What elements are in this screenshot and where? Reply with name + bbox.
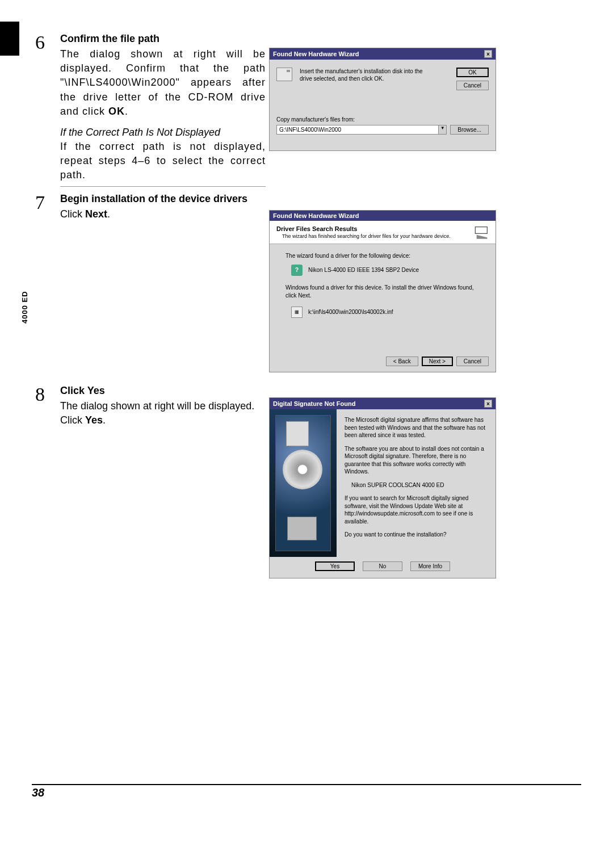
step-7-suffix: .: [107, 208, 110, 220]
dialog-header-title: Driver Files Search Results: [276, 225, 489, 232]
step-8-title-prefix: Click: [60, 385, 87, 396]
step-8-yes: Yes: [85, 414, 103, 426]
signature-p2: The software you are about to install do…: [345, 445, 488, 476]
step-6-body: The dialog shown at right will be displa…: [60, 47, 266, 119]
step-7-title: Begin installation of the device drivers: [60, 193, 266, 205]
page-footer: 38: [32, 784, 581, 799]
step-8-body: The dialog shown at right will be displa…: [60, 399, 266, 427]
signature-p4: Do you want to continue the installation…: [345, 531, 488, 539]
divider: [60, 186, 266, 187]
cancel-button[interactable]: Cancel: [456, 81, 489, 90]
device-icon: [474, 224, 490, 240]
step-8-suffix: .: [103, 414, 106, 426]
copy-from-label: Copy manufacturer's files from:: [276, 116, 489, 123]
dialog-titlebar: Found New Hardware Wizard ×: [270, 48, 496, 60]
install-text: Windows found a driver for this device. …: [285, 284, 480, 300]
no-button[interactable]: No: [363, 561, 402, 571]
signature-p1: The Microsoft digital signature affirms …: [345, 416, 488, 439]
device-name: Nikon LS-4000 ED IEEE 1394 SBP2 Device: [308, 266, 419, 274]
close-icon[interactable]: ×: [484, 400, 492, 408]
dialog-header-subtitle: The wizard has finished searching for dr…: [282, 233, 489, 239]
dialog-title-text: Digital Signature Not Found: [273, 400, 355, 407]
yes-button[interactable]: Yes: [315, 561, 355, 571]
ok-button[interactable]: OK: [456, 68, 489, 77]
step-6-ok: OK: [108, 106, 125, 117]
dialog-titlebar: Digital Signature Not Found ×: [270, 398, 496, 409]
document-icon: [286, 421, 309, 446]
back-button[interactable]: < Back: [386, 357, 418, 366]
step-8: 8 Click Yes The dialog shown at right wi…: [35, 385, 266, 427]
step-6-text: The dialog shown at right will be displa…: [60, 48, 266, 117]
step-6-subbody: If the correct path is not displayed, re…: [60, 140, 266, 183]
dialog-graphic: [270, 409, 337, 557]
step-7-body: Click Next.: [60, 207, 266, 221]
page-number: 38: [32, 786, 44, 799]
step-6-suffix: .: [125, 106, 128, 117]
monitor-icon: [287, 517, 317, 540]
path-input[interactable]: G:\INF\LS4000\Win2000 ▼: [276, 125, 447, 135]
dialog-instruction: Insert the manufacturer's installation d…: [300, 68, 436, 82]
inf-path: k:\inf\ls4000\win2000\ls40002k.inf: [308, 308, 393, 316]
inf-file-icon: ▦: [291, 307, 303, 318]
step-6: 6 Confirm the file path The dialog shown…: [35, 33, 266, 187]
next-button[interactable]: Next >: [422, 357, 453, 366]
step-number: 6: [35, 33, 60, 187]
side-label: 4000 ED: [20, 291, 29, 324]
found-driver-text: The wizard found a driver for the follow…: [285, 252, 480, 260]
found-hardware-dialog-search-results: Found New Hardware Wizard Driver Files S…: [269, 210, 496, 372]
found-hardware-dialog-insert-disk: Found New Hardware Wizard × Insert the m…: [269, 48, 496, 151]
dropdown-icon[interactable]: ▼: [438, 125, 446, 134]
browse-button[interactable]: Browse...: [450, 125, 489, 135]
path-value: G:\INF\LS4000\Win2000: [277, 125, 438, 134]
step-8-title-yes: Yes: [87, 385, 105, 396]
dialog-title-text: Found New Hardware Wizard: [273, 212, 359, 219]
step-6-title: Confirm the file path: [60, 33, 266, 45]
step-number: 7: [35, 193, 60, 221]
dialog-titlebar: Found New Hardware Wizard: [270, 211, 496, 221]
floppy-icon: [276, 68, 292, 81]
step-7: 7 Begin installation of the device drive…: [35, 193, 266, 221]
step-6-subheading: If the Correct Path Is Not Displayed: [60, 127, 266, 139]
svg-rect-0: [475, 227, 487, 234]
cancel-button[interactable]: Cancel: [456, 357, 489, 366]
more-info-button[interactable]: More Info: [410, 561, 450, 571]
close-icon[interactable]: ×: [484, 50, 492, 58]
step-8-title: Click Yes: [60, 385, 266, 397]
dialog-title-text: Found New Hardware Wizard: [273, 51, 359, 57]
step-7-next: Next: [85, 208, 107, 220]
corner-tab: [0, 22, 19, 56]
question-icon: ?: [291, 265, 303, 276]
signature-p3: If you want to search for Microsoft digi…: [345, 494, 488, 525]
step-7-prefix: Click: [60, 208, 85, 220]
step-number: 8: [35, 385, 60, 427]
digital-signature-dialog: Digital Signature Not Found × The Micros…: [269, 397, 496, 578]
cd-icon: [283, 450, 322, 489]
product-name: Nikon SUPER COOLSCAN 4000 ED: [351, 481, 488, 489]
